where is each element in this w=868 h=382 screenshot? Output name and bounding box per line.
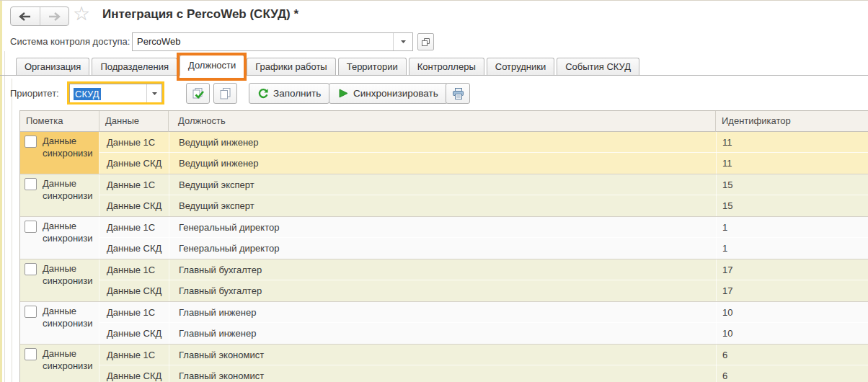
tab-Сотрудники[interactable]: Сотрудники: [487, 58, 554, 75]
mark-label: Данные синхронизи: [43, 347, 97, 372]
access-system-combo[interactable]: PercoWeb: [132, 32, 413, 51]
back-button[interactable]: [11, 7, 40, 25]
tab-Должности[interactable]: Должности: [180, 55, 244, 76]
table-row[interactable]: Данные 1СГлавный экономист6: [99, 345, 868, 365]
tab-label: Контроллеры: [417, 61, 476, 72]
table-group[interactable]: Данные синхронизиДанные 1СГлавный эконом…: [20, 345, 868, 382]
tab-События СКУД[interactable]: События СКУД: [557, 58, 639, 75]
data-source-cell: Данные 1С: [99, 132, 169, 153]
tab-Территории[interactable]: Территории: [338, 58, 407, 75]
set-all-marks-button[interactable]: [186, 83, 210, 104]
identifier-cell: 17: [716, 259, 868, 280]
mark-cell: Данные синхронизи: [20, 259, 99, 301]
access-system-dropdown-button[interactable]: [393, 33, 412, 50]
table-group[interactable]: Данные синхронизиДанные 1СГлавный бухгал…: [20, 259, 868, 302]
tab-Графики работы[interactable]: Графики работы: [247, 58, 335, 75]
refresh-icon: [257, 88, 268, 99]
history-nav-group: [10, 6, 69, 26]
data-source-cell: Данные СКД: [99, 365, 169, 382]
table-row[interactable]: Данные 1СГлавный бухгалтер17: [99, 259, 868, 280]
row-checkbox[interactable]: [25, 348, 37, 360]
column-header-3[interactable]: Идентификатор: [716, 111, 868, 132]
table-group[interactable]: Данные синхронизиДанные 1СГенеральный ди…: [20, 217, 868, 259]
column-header-0[interactable]: Пометка: [20, 111, 99, 132]
tab-Контроллеры[interactable]: Контроллеры: [409, 58, 484, 75]
play-icon: [338, 88, 348, 99]
table-row[interactable]: Данные СКДГлавный инженер10: [99, 323, 868, 344]
priority-value: СКУД: [74, 88, 101, 100]
table-row[interactable]: Данные 1СВедущий эксперт15: [99, 174, 868, 195]
tab-label: Территории: [347, 61, 398, 72]
sync-table: ПометкаДанныеДолжностьИдентификатор Данн…: [19, 110, 868, 382]
position-cell: Ведущий эксперт: [169, 195, 716, 216]
check-documents-icon: [191, 87, 205, 100]
column-header-1[interactable]: Данные: [99, 111, 169, 132]
data-source-cell: Данные 1С: [99, 345, 169, 365]
chevron-down-icon: [152, 92, 157, 95]
tab-label: События СКУД: [565, 61, 631, 72]
mark-label: Данные синхронизи: [43, 177, 97, 202]
data-source-cell: Данные СКД: [99, 153, 169, 174]
tab-strip: ОрганизацияПодразделенияДолжностиГрафики…: [0, 57, 868, 76]
priority-combo[interactable]: СКУД: [69, 84, 162, 103]
position-cell: Главный экономист: [169, 365, 716, 382]
table-row[interactable]: Данные СКДГенеральный директор1: [99, 238, 868, 259]
mark-cell: Данные синхронизи: [20, 174, 99, 216]
group-entries: Данные 1СГлавный экономист6Данные СКДГла…: [99, 345, 868, 382]
table-row[interactable]: Данные СКДВедущий инженер11: [99, 153, 868, 174]
table-body: Данные синхронизиДанные 1СВедущий инжене…: [20, 132, 868, 382]
open-value-button[interactable]: [417, 33, 434, 50]
table-group[interactable]: Данные синхронизиДанные 1СВедущий экспер…: [20, 174, 868, 217]
back-arrow-icon: [19, 12, 32, 21]
forward-button[interactable]: [40, 7, 69, 25]
column-header-2[interactable]: Должность: [169, 111, 716, 132]
table-row[interactable]: Данные СКДВедущий эксперт15: [99, 195, 868, 216]
data-source-cell: Данные 1С: [99, 174, 169, 195]
data-source-cell: Данные 1С: [99, 217, 169, 238]
favorite-star-icon[interactable]: ☆: [73, 3, 90, 25]
page-title: Интеграция с PercoWeb (СКУД) *: [102, 7, 298, 22]
clear-all-marks-button[interactable]: [213, 83, 237, 104]
row-checkbox[interactable]: [25, 221, 37, 233]
table-row[interactable]: Данные 1СГлавный инженер10: [99, 302, 868, 323]
data-source-cell: Данные СКД: [99, 195, 169, 216]
position-cell: Главный инженер: [169, 302, 716, 323]
forward-arrow-icon: [48, 12, 61, 21]
row-checkbox[interactable]: [25, 136, 37, 148]
table-header: ПометкаДанныеДолжностьИдентификатор: [20, 111, 868, 132]
fill-button[interactable]: Заполнить: [249, 83, 329, 104]
group-entries: Данные 1СГлавный инженер10Данные СКДГлав…: [99, 302, 868, 344]
tab-Подразделения[interactable]: Подразделения: [92, 58, 177, 75]
table-row[interactable]: Данные СКДГлавный бухгалтер17: [99, 280, 868, 301]
identifier-cell: 17: [716, 280, 868, 301]
group-entries: Данные 1СГенеральный директор1Данные СКД…: [99, 217, 868, 259]
priority-dropdown-button[interactable]: [146, 84, 161, 102]
sync-button[interactable]: Синхронизировать: [329, 83, 448, 104]
position-cell: Ведущий инженер: [169, 153, 716, 174]
data-source-cell: Данные СКД: [99, 280, 169, 301]
row-checkbox[interactable]: [25, 306, 37, 318]
data-source-cell: Данные СКД: [99, 238, 169, 259]
position-cell: Генеральный директор: [169, 217, 716, 238]
table-group[interactable]: Данные синхронизиДанные 1СВедущий инжене…: [20, 132, 868, 174]
tab-label: Сотрудники: [495, 61, 546, 72]
tab-label: Графики работы: [255, 61, 327, 72]
group-entries: Данные 1СВедущий инженер11Данные СКДВеду…: [99, 132, 868, 174]
position-cell: Главный бухгалтер: [169, 259, 716, 280]
position-cell: Главный экономист: [169, 345, 716, 365]
access-system-value: PercoWeb: [137, 33, 180, 50]
row-checkbox[interactable]: [25, 263, 37, 275]
row-checkbox[interactable]: [25, 178, 37, 190]
mark-cell: Данные синхронизи: [20, 345, 99, 382]
mark-label: Данные синхронизи: [43, 262, 97, 287]
table-row[interactable]: Данные 1СГенеральный директор1: [99, 217, 868, 238]
sync-button-label: Синхронизировать: [353, 88, 438, 99]
tab-Организация[interactable]: Организация: [16, 58, 89, 75]
identifier-cell: 11: [716, 153, 868, 174]
identifier-cell: 10: [716, 323, 868, 344]
table-row[interactable]: Данные СКДГлавный экономист6: [99, 365, 868, 382]
print-button[interactable]: [446, 83, 470, 104]
position-cell: Главный инженер: [169, 323, 716, 344]
table-row[interactable]: Данные 1СВедущий инженер11: [99, 132, 868, 153]
table-group[interactable]: Данные синхронизиДанные 1СГлавный инжене…: [20, 302, 868, 345]
